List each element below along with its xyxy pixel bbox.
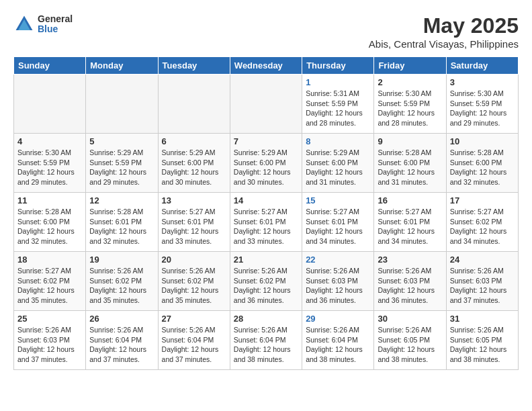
calendar-cell: 25Sunrise: 5:26 AMSunset: 6:03 PMDayligh… <box>14 311 86 370</box>
cell-info: Sunrise: 5:26 AMSunset: 6:04 PMDaylight:… <box>306 325 370 365</box>
cell-info: Sunrise: 5:26 AMSunset: 6:03 PMDaylight:… <box>17 325 82 365</box>
day-number: 3 <box>450 77 515 87</box>
day-number: 17 <box>450 195 515 205</box>
day-number: 31 <box>450 314 515 324</box>
day-number: 7 <box>234 136 298 146</box>
calendar-cell: 18Sunrise: 5:27 AMSunset: 6:02 PMDayligh… <box>14 252 86 311</box>
cell-info: Sunrise: 5:26 AMSunset: 6:05 PMDaylight:… <box>450 325 515 365</box>
calendar-cell: 27Sunrise: 5:26 AMSunset: 6:04 PMDayligh… <box>158 311 230 370</box>
cell-info: Sunrise: 5:30 AMSunset: 5:59 PMDaylight:… <box>17 148 82 187</box>
calendar-cell <box>86 75 158 134</box>
week-row-5: 25Sunrise: 5:26 AMSunset: 6:03 PMDayligh… <box>14 311 519 370</box>
calendar-cell <box>230 75 302 134</box>
cell-info: Sunrise: 5:29 AMSunset: 6:00 PMDaylight:… <box>162 148 226 187</box>
cell-info: Sunrise: 5:28 AMSunset: 6:00 PMDaylight:… <box>17 207 82 246</box>
cell-info: Sunrise: 5:26 AMSunset: 6:04 PMDaylight:… <box>162 325 226 365</box>
day-number: 27 <box>162 314 226 324</box>
day-number: 23 <box>378 255 442 265</box>
calendar-cell: 21Sunrise: 5:26 AMSunset: 6:02 PMDayligh… <box>230 252 302 311</box>
cell-info: Sunrise: 5:26 AMSunset: 6:04 PMDaylight:… <box>89 325 154 365</box>
calendar-cell: 8Sunrise: 5:29 AMSunset: 6:00 PMDaylight… <box>302 134 374 193</box>
calendar-cell: 3Sunrise: 5:30 AMSunset: 5:59 PMDaylight… <box>446 75 518 134</box>
cell-info: Sunrise: 5:28 AMSunset: 6:01 PMDaylight:… <box>89 207 154 246</box>
day-number: 15 <box>306 195 370 205</box>
calendar-cell: 10Sunrise: 5:28 AMSunset: 6:00 PMDayligh… <box>446 134 518 193</box>
cell-info: Sunrise: 5:27 AMSunset: 6:01 PMDaylight:… <box>234 207 298 246</box>
cell-info: Sunrise: 5:30 AMSunset: 5:59 PMDaylight:… <box>378 89 442 128</box>
calendar-cell: 28Sunrise: 5:26 AMSunset: 6:04 PMDayligh… <box>230 311 302 370</box>
logo: General Blue <box>13 13 73 35</box>
weekday-header-saturday: Saturday <box>446 57 518 75</box>
cell-info: Sunrise: 5:26 AMSunset: 6:05 PMDaylight:… <box>378 325 442 365</box>
logo-text: General Blue <box>38 14 73 35</box>
cell-info: Sunrise: 5:29 AMSunset: 6:00 PMDaylight:… <box>234 148 298 187</box>
day-number: 22 <box>306 255 370 265</box>
cell-info: Sunrise: 5:26 AMSunset: 6:03 PMDaylight:… <box>378 266 442 306</box>
day-number: 6 <box>162 136 226 146</box>
calendar-cell: 29Sunrise: 5:26 AMSunset: 6:04 PMDayligh… <box>302 311 374 370</box>
main-title: May 2025 <box>369 13 519 38</box>
calendar-cell: 12Sunrise: 5:28 AMSunset: 6:01 PMDayligh… <box>86 193 158 252</box>
calendar-cell: 24Sunrise: 5:26 AMSunset: 6:03 PMDayligh… <box>446 252 518 311</box>
cell-info: Sunrise: 5:26 AMSunset: 6:03 PMDaylight:… <box>450 266 515 306</box>
page-header: General Blue May 2025 Abis, Central Visa… <box>13 13 519 50</box>
calendar-cell: 19Sunrise: 5:26 AMSunset: 6:02 PMDayligh… <box>86 252 158 311</box>
calendar-cell: 15Sunrise: 5:27 AMSunset: 6:01 PMDayligh… <box>302 193 374 252</box>
day-number: 13 <box>162 195 226 205</box>
cell-info: Sunrise: 5:26 AMSunset: 6:02 PMDaylight:… <box>89 266 154 306</box>
day-number: 4 <box>17 136 82 146</box>
calendar-cell: 23Sunrise: 5:26 AMSunset: 6:03 PMDayligh… <box>374 252 446 311</box>
day-number: 28 <box>234 314 298 324</box>
weekday-header-wednesday: Wednesday <box>230 57 302 75</box>
cell-info: Sunrise: 5:31 AMSunset: 5:59 PMDaylight:… <box>306 89 370 128</box>
day-number: 18 <box>17 255 82 265</box>
weekday-header-thursday: Thursday <box>302 57 374 75</box>
logo-icon <box>13 13 35 35</box>
cell-info: Sunrise: 5:28 AMSunset: 6:00 PMDaylight:… <box>450 148 515 187</box>
calendar-cell: 6Sunrise: 5:29 AMSunset: 6:00 PMDaylight… <box>158 134 230 193</box>
calendar-cell: 22Sunrise: 5:26 AMSunset: 6:03 PMDayligh… <box>302 252 374 311</box>
weekday-header-tuesday: Tuesday <box>158 57 230 75</box>
day-number: 5 <box>89 136 154 146</box>
cell-info: Sunrise: 5:27 AMSunset: 6:01 PMDaylight:… <box>306 207 370 246</box>
calendar-cell <box>158 75 230 134</box>
cell-info: Sunrise: 5:26 AMSunset: 6:04 PMDaylight:… <box>234 325 298 365</box>
day-number: 9 <box>378 136 442 146</box>
calendar-cell: 9Sunrise: 5:28 AMSunset: 6:00 PMDaylight… <box>374 134 446 193</box>
day-number: 16 <box>378 195 442 205</box>
calendar-cell: 26Sunrise: 5:26 AMSunset: 6:04 PMDayligh… <box>86 311 158 370</box>
day-number: 14 <box>234 195 298 205</box>
day-number: 25 <box>17 314 82 324</box>
calendar-cell <box>14 75 86 134</box>
calendar-cell: 20Sunrise: 5:26 AMSunset: 6:02 PMDayligh… <box>158 252 230 311</box>
week-row-1: 1Sunrise: 5:31 AMSunset: 5:59 PMDaylight… <box>14 75 519 134</box>
cell-info: Sunrise: 5:30 AMSunset: 5:59 PMDaylight:… <box>450 89 515 128</box>
cell-info: Sunrise: 5:26 AMSunset: 6:02 PMDaylight:… <box>162 266 226 306</box>
cell-info: Sunrise: 5:27 AMSunset: 6:02 PMDaylight:… <box>450 207 515 246</box>
day-number: 8 <box>306 136 370 146</box>
day-number: 10 <box>450 136 515 146</box>
calendar-cell: 13Sunrise: 5:27 AMSunset: 6:01 PMDayligh… <box>158 193 230 252</box>
cell-info: Sunrise: 5:27 AMSunset: 6:02 PMDaylight:… <box>17 266 82 306</box>
weekday-header-monday: Monday <box>86 57 158 75</box>
weekday-header-row: SundayMondayTuesdayWednesdayThursdayFrid… <box>14 57 519 75</box>
calendar-cell: 31Sunrise: 5:26 AMSunset: 6:05 PMDayligh… <box>446 311 518 370</box>
day-number: 1 <box>306 77 370 87</box>
calendar-cell: 30Sunrise: 5:26 AMSunset: 6:05 PMDayligh… <box>374 311 446 370</box>
day-number: 2 <box>378 77 442 87</box>
day-number: 20 <box>162 255 226 265</box>
day-number: 11 <box>17 195 82 205</box>
calendar-cell: 14Sunrise: 5:27 AMSunset: 6:01 PMDayligh… <box>230 193 302 252</box>
weekday-header-sunday: Sunday <box>14 57 86 75</box>
day-number: 29 <box>306 314 370 324</box>
calendar-cell: 2Sunrise: 5:30 AMSunset: 5:59 PMDaylight… <box>374 75 446 134</box>
cell-info: Sunrise: 5:29 AMSunset: 5:59 PMDaylight:… <box>89 148 154 187</box>
cell-info: Sunrise: 5:26 AMSunset: 6:03 PMDaylight:… <box>306 266 370 306</box>
calendar-table: SundayMondayTuesdayWednesdayThursdayFrid… <box>13 56 519 370</box>
subtitle: Abis, Central Visayas, Philippines <box>369 38 519 50</box>
calendar-cell: 11Sunrise: 5:28 AMSunset: 6:00 PMDayligh… <box>14 193 86 252</box>
cell-info: Sunrise: 5:27 AMSunset: 6:01 PMDaylight:… <box>162 207 226 246</box>
day-number: 21 <box>234 255 298 265</box>
cell-info: Sunrise: 5:28 AMSunset: 6:00 PMDaylight:… <box>378 148 442 187</box>
day-number: 30 <box>378 314 442 324</box>
